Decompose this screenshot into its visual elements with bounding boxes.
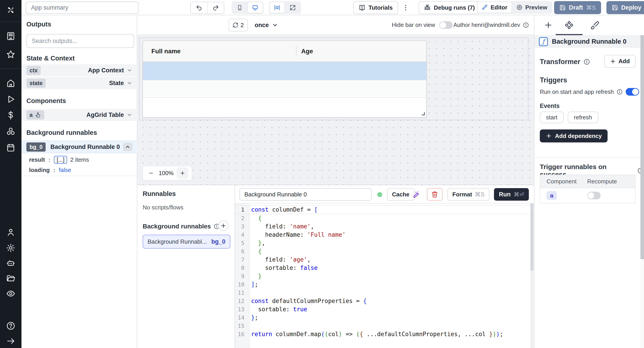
tutorials-button[interactable]: Tutorials: [353, 1, 398, 14]
workspace-icon[interactable]: [6, 31, 16, 41]
redo-button[interactable]: [207, 2, 224, 14]
component-settings-panel: ƒ Background Runnable 0 Transformer Add …: [534, 15, 644, 348]
column-divider[interactable]: [296, 46, 296, 57]
layout-toggle-group: [269, 1, 301, 14]
bg0-loading-row[interactable]: loading : false: [22, 165, 137, 175]
code-editor[interactable]: 1const columnDef = [2 {3 field: 'name',4…: [235, 204, 534, 348]
trash-icon: [431, 191, 438, 198]
output-row-component-a[interactable]: a AgGrid Table: [22, 109, 137, 121]
resources-cubes-icon[interactable]: [6, 127, 16, 136]
editor-tab[interactable]: Editor: [478, 2, 512, 13]
resize-handle[interactable]: [422, 112, 425, 115]
editor-scrollbar[interactable]: [530, 204, 534, 348]
recompute-toggle[interactable]: [587, 192, 600, 199]
no-scripts-label: No scripts/flows: [143, 204, 183, 211]
result-array-chip[interactable]: [...]: [54, 156, 67, 164]
tab-insert-plus-icon[interactable]: [544, 21, 553, 30]
user-icon[interactable]: [6, 228, 16, 237]
tutorials-label: Tutorials: [368, 4, 393, 11]
column-header-age[interactable]: Age: [301, 48, 313, 55]
desktop-view-button[interactable]: [248, 2, 262, 13]
author-label: Author henri@windmill.dev: [454, 22, 520, 28]
outputs-panel: Outputs State & Context ctx App Context …: [22, 15, 137, 348]
draft-button[interactable]: Draft ⌘S: [554, 1, 601, 14]
add-transformer-button[interactable]: Add: [604, 55, 636, 68]
favorites-star-icon[interactable]: [6, 50, 16, 59]
panel-scrollbar[interactable]: [640, 35, 644, 348]
component-a-type-label: AgGrid Table: [86, 111, 124, 118]
center-layout-button[interactable]: [270, 2, 284, 13]
ctx-badge: ctx: [26, 66, 41, 75]
undo-button[interactable]: [191, 2, 207, 14]
code-lines[interactable]: 1const columnDef = [2 {3 field: 'name',4…: [235, 205, 534, 338]
help-icon[interactable]: [6, 321, 16, 330]
background-runnable-item-selected[interactable]: Background Runnabl... bg_0: [143, 235, 230, 249]
zoom-out-button[interactable]: −: [146, 169, 156, 177]
event-chip-refresh[interactable]: refresh: [568, 111, 598, 123]
app-canvas[interactable]: Full name Age − 100% +: [137, 35, 534, 185]
refresh-count-button[interactable]: 2: [228, 19, 248, 31]
collapse-arrow-icon[interactable]: [6, 336, 16, 346]
tab-styling-brush-icon[interactable]: [590, 21, 599, 30]
add-background-runnable-button[interactable]: [218, 221, 228, 231]
table-row-selected[interactable]: [143, 62, 426, 80]
background-runnables-title: Background runnables: [26, 129, 97, 136]
run-button[interactable]: Run ⌘⏎: [494, 188, 529, 201]
table-row[interactable]: [143, 80, 426, 98]
mobile-view-button[interactable]: [232, 2, 247, 13]
more-options-kebab-icon[interactable]: [401, 3, 410, 12]
tab-settings-component-icon[interactable]: [564, 21, 574, 30]
ai-wand-icon[interactable]: [412, 191, 420, 199]
bg0-result-row[interactable]: result : [...] 2 items: [22, 154, 137, 165]
deploy-button[interactable]: Deploy: [606, 1, 644, 14]
column-header-full-name[interactable]: Full name: [152, 48, 181, 55]
aggrid-table-component[interactable]: Full name Age: [142, 40, 427, 118]
windmill-logo-icon[interactable]: [6, 5, 16, 15]
event-chip-start[interactable]: start: [540, 111, 564, 123]
hide-bar-toggle[interactable]: [439, 21, 452, 29]
collapse-chevron-up-button[interactable]: [123, 143, 132, 151]
author-info: Author henri@windmill.dev: [454, 15, 529, 35]
add-dependency-button[interactable]: Add dependency: [540, 129, 608, 142]
output-row-bg0[interactable]: bg_0 Background Runnable 0: [22, 141, 137, 153]
zoom-in-button[interactable]: +: [176, 167, 188, 179]
output-row-ctx[interactable]: ctx App Context: [22, 64, 137, 76]
left-rail: [0, 0, 22, 348]
table-row[interactable]: [143, 98, 426, 117]
triggers-heading: Triggers: [540, 76, 567, 84]
refresh-mode-select[interactable]: once: [252, 19, 281, 31]
debug-runs-button[interactable]: Debug runs (7): [418, 1, 480, 14]
output-row-state[interactable]: state State: [22, 77, 137, 89]
state-type-label: State: [109, 80, 124, 87]
schedules-calendar-icon[interactable]: [6, 143, 16, 152]
variables-dollar-icon[interactable]: [6, 111, 16, 120]
table-header-row: Full name Age: [143, 41, 426, 62]
runnable-header: ƒ Background Runnable 0: [534, 35, 644, 48]
app-summary-input[interactable]: [26, 2, 139, 14]
runnable-name-input[interactable]: [240, 188, 372, 201]
expand-layout-button[interactable]: [285, 2, 300, 13]
run-on-start-toggle[interactable]: [626, 88, 639, 96]
audit-eye-icon[interactable]: [6, 289, 16, 298]
chevron-down-icon: [272, 22, 278, 28]
delete-runnable-button[interactable]: [427, 188, 442, 201]
home-icon[interactable]: [6, 78, 16, 88]
runnable-item-badge: bg_0: [211, 238, 226, 245]
runs-play-icon[interactable]: [6, 94, 16, 104]
cache-button[interactable]: Cache: [387, 188, 414, 201]
folders-icon[interactable]: [6, 274, 16, 283]
run-on-start-label: Run on start and app refresh: [540, 88, 614, 95]
settings-gear-icon[interactable]: [6, 243, 16, 253]
format-button[interactable]: Format ⌘S: [448, 188, 489, 201]
plus-icon: [610, 58, 616, 64]
trigger-runnables-table: Component Recompute a: [540, 175, 636, 203]
runnable-header-title: Background Runnable 0: [552, 38, 626, 45]
components-title: Components: [26, 97, 66, 105]
component-a-chip[interactable]: a: [546, 191, 557, 200]
preview-disc-icon: [516, 4, 522, 11]
search-outputs-input[interactable]: [26, 34, 134, 48]
ai-robot-icon[interactable]: [6, 258, 16, 268]
chevron-down-icon: [126, 67, 132, 73]
windmill-app-editor: Tutorials Debug runs (7) Editor Preview …: [0, 0, 644, 348]
preview-tab[interactable]: Preview: [512, 2, 551, 13]
